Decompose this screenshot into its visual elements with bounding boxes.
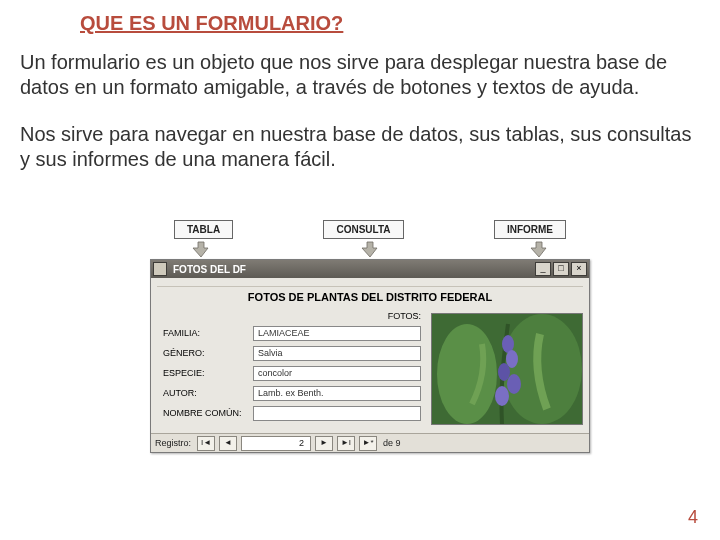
- label-nombrecomun: NOMBRE COMÚN:: [157, 408, 253, 418]
- field-row-especie: ESPECIE: concolor: [157, 363, 421, 383]
- figure: TABLA CONSULTA INFORME FOTOS DEL DF _ □: [150, 220, 590, 453]
- svg-point-5: [498, 363, 510, 381]
- box-informe: INFORME: [494, 220, 566, 239]
- slide-title: QUE ES UN FORMULARIO?: [80, 12, 343, 35]
- arrow-down-icon: [530, 240, 548, 258]
- fotos-label: FOTOS:: [157, 311, 421, 321]
- record-navigator: Registro: I◄ ◄ 2 ► ►I ►* de 9: [151, 433, 589, 452]
- close-button[interactable]: ×: [571, 262, 587, 276]
- nav-new-button[interactable]: ►*: [359, 436, 377, 451]
- form-heading: FOTOS DE PLANTAS DEL DISTRITO FEDERAL: [157, 286, 583, 303]
- value-especie[interactable]: concolor: [253, 366, 421, 381]
- paragraph-1: Un formulario es un objeto que nos sirve…: [20, 50, 700, 100]
- svg-point-1: [437, 324, 497, 424]
- arrow-down-icon: [192, 240, 210, 258]
- nav-last-button[interactable]: ►I: [337, 436, 355, 451]
- nav-first-button[interactable]: I◄: [197, 436, 215, 451]
- value-nombrecomun[interactable]: [253, 406, 421, 421]
- minimize-button[interactable]: _: [535, 262, 551, 276]
- nav-next-button[interactable]: ►: [315, 436, 333, 451]
- arrows-row: [150, 239, 590, 259]
- value-autor[interactable]: Lamb. ex Benth.: [253, 386, 421, 401]
- nav-record-input[interactable]: 2: [241, 436, 311, 451]
- paragraph-2: Nos sirve para navegar en nuestra base d…: [20, 122, 700, 172]
- label-familia: FAMILIA:: [157, 328, 253, 338]
- nav-total-label: de 9: [383, 438, 401, 448]
- page-number: 4: [688, 507, 698, 528]
- form-icon: [153, 262, 167, 276]
- nav-prev-button[interactable]: ◄: [219, 436, 237, 451]
- field-row-genero: GÉNERO: Salvia: [157, 343, 421, 363]
- access-form-window: FOTOS DEL DF _ □ × FOTOS DE PLANTAS DEL …: [150, 259, 590, 453]
- box-consulta: CONSULTA: [323, 220, 403, 239]
- svg-point-6: [507, 374, 521, 394]
- label-especie: ESPECIE:: [157, 368, 253, 378]
- form-fields: FOTOS: FAMILIA: LAMIACEAE GÉNERO: Salvia…: [157, 311, 421, 425]
- svg-point-7: [495, 386, 509, 406]
- arrow-down-icon: [361, 240, 379, 258]
- value-genero[interactable]: Salvia: [253, 346, 421, 361]
- nav-label: Registro:: [155, 438, 191, 448]
- label-genero: GÉNERO:: [157, 348, 253, 358]
- window-title: FOTOS DEL DF: [171, 264, 531, 275]
- top-boxes: TABLA CONSULTA INFORME: [150, 220, 590, 239]
- field-row-nombrecomun: NOMBRE COMÚN:: [157, 403, 421, 423]
- field-row-familia: FAMILIA: LAMIACEAE: [157, 323, 421, 343]
- body-text: Un formulario es un objeto que nos sirve…: [20, 50, 700, 194]
- window-titlebar[interactable]: FOTOS DEL DF _ □ ×: [151, 260, 589, 278]
- box-tabla: TABLA: [174, 220, 233, 239]
- field-row-autor: AUTOR: Lamb. ex Benth.: [157, 383, 421, 403]
- value-familia[interactable]: LAMIACEAE: [253, 326, 421, 341]
- svg-point-2: [502, 314, 582, 424]
- label-autor: AUTOR:: [157, 388, 253, 398]
- photo-preview: [431, 313, 583, 425]
- form-content: FOTOS DE PLANTAS DEL DISTRITO FEDERAL FO…: [151, 278, 589, 433]
- maximize-button[interactable]: □: [553, 262, 569, 276]
